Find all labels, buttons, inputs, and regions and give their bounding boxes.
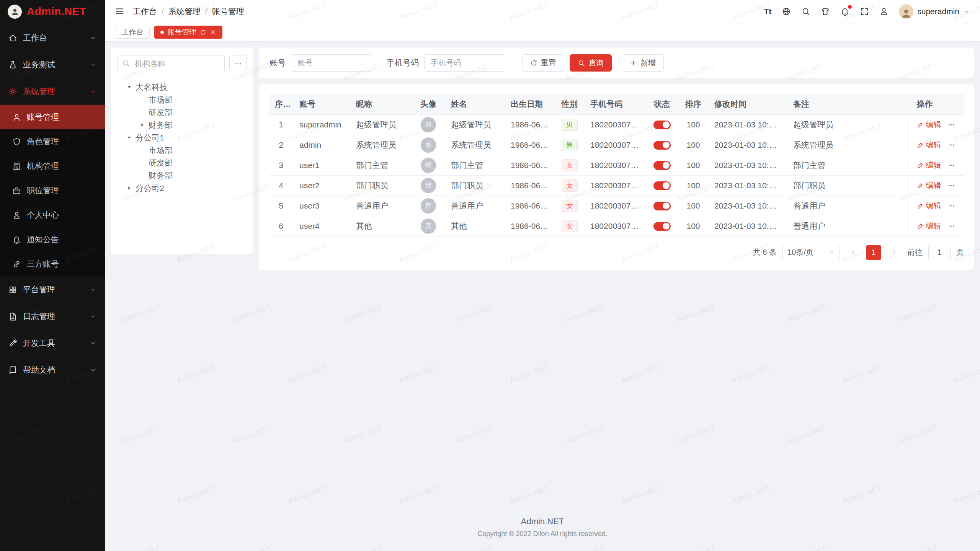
reset-button[interactable]: 重置 xyxy=(522,54,564,72)
plus-icon xyxy=(630,59,637,67)
hamburger-icon[interactable] xyxy=(115,7,124,16)
next-page-button[interactable] xyxy=(887,245,902,260)
search-icon[interactable] xyxy=(801,7,810,16)
goto-label: 前往 xyxy=(907,247,923,258)
tree-node[interactable]: 市场部 xyxy=(117,144,247,156)
tree-node[interactable]: 市场部 xyxy=(117,93,247,106)
cell-remark: 普通用户 xyxy=(787,216,908,236)
sidebar-item-system-management[interactable]: 系统管理 xyxy=(0,78,105,105)
refresh-icon[interactable] xyxy=(200,29,206,36)
more-actions-button[interactable] xyxy=(947,222,955,230)
cell-remark: 部门主管 xyxy=(787,155,908,175)
sidebar-item-org-management[interactable]: 机构管理 xyxy=(0,154,105,178)
sidebar-item-help-docs[interactable]: 帮助文档 xyxy=(0,357,105,383)
tree-node-label: 市场部 xyxy=(149,145,173,156)
user-menu[interactable]: superadmin xyxy=(899,4,970,19)
page-number-button[interactable]: 1 xyxy=(866,245,881,260)
search-icon xyxy=(122,59,130,67)
tab-workbench[interactable]: 工作台 xyxy=(116,26,150,39)
cell-index: 3 xyxy=(269,155,293,175)
status-toggle[interactable] xyxy=(653,161,671,170)
breadcrumb-item[interactable]: 账号管理 xyxy=(212,6,244,17)
more-actions-button[interactable] xyxy=(947,182,955,189)
tree-node[interactable]: 分公司2 xyxy=(117,182,247,194)
edit-button[interactable]: 编辑 xyxy=(917,201,941,211)
edit-button[interactable]: 编辑 xyxy=(917,119,941,130)
edit-button[interactable]: 编辑 xyxy=(917,160,941,170)
close-icon[interactable] xyxy=(210,29,216,36)
filter-bar: 账号 手机号码 重置 查询 xyxy=(259,47,974,78)
link-icon xyxy=(12,260,21,269)
breadcrumb: 工作台/系统管理/账号管理 xyxy=(133,6,244,17)
person-icon xyxy=(12,211,21,220)
sidebar-item-workbench[interactable]: 工作台 xyxy=(0,24,105,51)
font-size-icon[interactable]: Tt xyxy=(764,7,771,15)
username: superadmin xyxy=(917,7,959,16)
sidebar-item-label: 职位管理 xyxy=(27,185,59,196)
status-toggle[interactable] xyxy=(653,222,671,231)
org-tree-panel: 大名科技市场部研发部财务部分公司1市场部研发部财务部分公司2 xyxy=(111,47,253,254)
breadcrumb-item[interactable]: 工作台 xyxy=(133,6,157,17)
main-column: 工作台/系统管理/账号管理 Tt superadmin 工作台账号管理 xyxy=(105,0,980,551)
column-header: 出生日期 xyxy=(505,94,555,114)
edit-button[interactable]: 编辑 xyxy=(917,140,941,150)
more-actions-button[interactable] xyxy=(947,202,955,210)
search-icon xyxy=(578,59,585,67)
org-search-input[interactable] xyxy=(117,55,225,72)
sidebar-item-third-party-account[interactable]: 三方账号 xyxy=(0,252,105,276)
page-size-value: 10条/页 xyxy=(787,247,813,258)
tree-node[interactable]: 大名科技 xyxy=(117,81,247,93)
row-avatar: 其 xyxy=(421,218,436,234)
page-size-select[interactable]: 10条/页 xyxy=(782,245,840,260)
account-filter-input[interactable] xyxy=(291,54,372,72)
tree-node[interactable]: 财务部 xyxy=(117,119,247,131)
cell-actions: 编辑 xyxy=(908,196,964,216)
goto-page-input[interactable] xyxy=(928,245,951,260)
edit-button[interactable]: 编辑 xyxy=(917,180,941,191)
caret-right-icon[interactable] xyxy=(137,122,147,128)
sidebar-item-notice-management[interactable]: 通知公告 xyxy=(0,227,105,252)
globe-icon[interactable] xyxy=(782,7,791,16)
sidebar-item-platform-management[interactable]: 平台管理 xyxy=(0,276,105,303)
tree-node[interactable]: 研发部 xyxy=(117,156,247,169)
status-toggle[interactable] xyxy=(653,121,671,129)
bell-icon[interactable] xyxy=(840,7,849,16)
sidebar-item-position-management[interactable]: 职位管理 xyxy=(0,178,105,203)
sidebar-item-log-management[interactable]: 日志管理 xyxy=(0,303,105,330)
logo[interactable]: Admin.NET xyxy=(0,0,105,23)
tree-more-button[interactable] xyxy=(229,55,247,72)
more-actions-button[interactable] xyxy=(947,141,955,149)
caret-right-icon[interactable] xyxy=(124,185,134,191)
cell-remark: 超级管理员 xyxy=(787,114,908,135)
person-icon[interactable] xyxy=(879,7,889,16)
phone-filter-input[interactable] xyxy=(424,54,505,72)
sidebar-item-role-management[interactable]: 角色管理 xyxy=(0,129,105,154)
search-button[interactable]: 查询 xyxy=(570,54,612,72)
accounts-table-panel: 序号账号昵称头像姓名出生日期性别手机号码状态排序修改时间备注操作1superad… xyxy=(259,84,974,270)
more-actions-button[interactable] xyxy=(947,121,955,129)
status-toggle[interactable] xyxy=(653,181,671,190)
fullscreen-icon[interactable] xyxy=(860,7,869,16)
add-button[interactable]: 新增 xyxy=(622,54,664,72)
sidebar-item-business-test[interactable]: 业务测试 xyxy=(0,51,105,78)
more-actions-button[interactable] xyxy=(947,161,955,169)
prev-page-button[interactable] xyxy=(846,245,860,260)
status-toggle[interactable] xyxy=(653,141,671,150)
sidebar-item-account-management[interactable]: 账号管理 xyxy=(0,105,105,129)
tree-node[interactable]: 财务部 xyxy=(117,169,247,182)
chevron-down-icon xyxy=(828,249,835,256)
cell-modified-time: 2023-01-03 10:59:44 xyxy=(708,155,787,175)
cell-avatar: 系 xyxy=(412,135,445,155)
tree-node[interactable]: 分公司1 xyxy=(117,131,247,144)
cell-order: 100 xyxy=(678,175,708,196)
tab-account-management[interactable]: 账号管理 xyxy=(154,26,222,39)
sidebar-item-personal-center[interactable]: 个人中心 xyxy=(0,203,105,227)
tree-node[interactable]: 研发部 xyxy=(117,106,247,119)
sidebar-item-dev-tools[interactable]: 开发工具 xyxy=(0,330,105,357)
status-toggle[interactable] xyxy=(653,202,671,210)
edit-button[interactable]: 编辑 xyxy=(917,221,941,231)
caret-down-icon[interactable] xyxy=(124,135,134,140)
caret-down-icon[interactable] xyxy=(124,84,134,90)
breadcrumb-item[interactable]: 系统管理 xyxy=(168,6,201,17)
skin-icon[interactable] xyxy=(821,7,830,16)
